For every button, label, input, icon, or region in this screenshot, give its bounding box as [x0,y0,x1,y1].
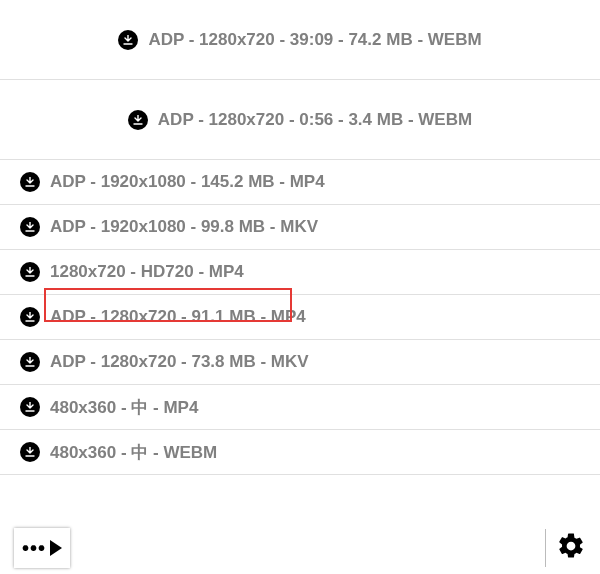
download-icon [20,442,40,462]
download-options-list: ADP - 1280x720 - 39:09 - 74.2 MB - WEBM … [0,0,600,475]
footer-bar: ••• [0,522,600,574]
download-option[interactable]: ADP - 1280x720 - 91.1 MB - MP4 [0,295,600,340]
download-option-label: 480x360 - 中 - MP4 [50,396,198,419]
download-option[interactable]: ADP - 1920x1080 - 145.2 MB - MP4 [0,160,600,205]
download-option-label: ADP - 1280x720 - 91.1 MB - MP4 [50,307,306,327]
download-option-label: 480x360 - 中 - WEBM [50,441,217,464]
download-icon [20,307,40,327]
play-icon [50,540,62,556]
download-option-label: ADP - 1280x720 - 73.8 MB - MKV [50,352,309,372]
download-option[interactable]: ADP - 1280x720 - 73.8 MB - MKV [0,340,600,385]
download-icon [20,262,40,282]
download-icon [20,352,40,372]
download-option-label: ADP - 1280x720 - 0:56 - 3.4 MB - WEBM [158,110,472,130]
download-option[interactable]: 1280x720 - HD720 - MP4 [0,250,600,295]
download-option[interactable]: 480x360 - 中 - WEBM [0,430,600,475]
download-icon [128,110,148,130]
download-option-label: ADP - 1280x720 - 39:09 - 74.2 MB - WEBM [148,30,481,50]
download-icon [20,217,40,237]
vertical-divider [545,529,546,567]
download-option-label: 1280x720 - HD720 - MP4 [50,262,244,282]
footer-right-group [545,529,586,567]
download-icon [20,172,40,192]
download-option-label: ADP - 1920x1080 - 145.2 MB - MP4 [50,172,325,192]
more-icon: ••• [22,537,46,560]
download-option[interactable]: ADP - 1280x720 - 39:09 - 74.2 MB - WEBM [0,0,600,80]
download-icon [118,30,138,50]
settings-button[interactable] [556,531,586,565]
download-option[interactable]: ADP - 1280x720 - 0:56 - 3.4 MB - WEBM [0,80,600,160]
download-icon [20,397,40,417]
download-option[interactable]: ADP - 1920x1080 - 99.8 MB - MKV [0,205,600,250]
download-option-label: ADP - 1920x1080 - 99.8 MB - MKV [50,217,318,237]
download-option[interactable]: 480x360 - 中 - MP4 [0,385,600,430]
play-menu-button[interactable]: ••• [14,528,70,568]
gear-icon [556,531,586,561]
